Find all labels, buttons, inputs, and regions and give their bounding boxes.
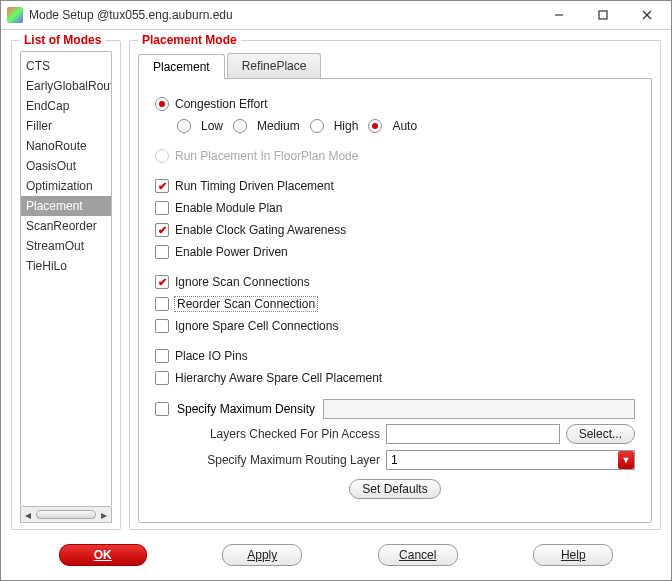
floorplan-mode-radio	[155, 149, 169, 163]
list-of-modes-legend: List of Modes	[20, 33, 105, 47]
ok-button[interactable]: OK	[59, 544, 147, 566]
hierarchy-spare-label: Hierarchy Aware Spare Cell Placement	[175, 371, 382, 385]
svg-rect-1	[599, 11, 607, 19]
layers-select-button[interactable]: Select...	[566, 424, 635, 444]
place-io-check[interactable]	[155, 349, 169, 363]
list-item[interactable]: NanoRoute	[21, 136, 111, 156]
layers-checked-input[interactable]	[386, 424, 560, 444]
close-icon	[642, 10, 652, 20]
module-plan-row: Enable Module Plan	[155, 197, 635, 219]
congestion-high-label: High	[334, 119, 359, 133]
placement-mode-legend: Placement Mode	[138, 33, 241, 47]
reorder-scan-check[interactable]	[155, 297, 169, 311]
congestion-options: Low Medium High Auto	[177, 115, 635, 137]
power-driven-label: Enable Power Driven	[175, 245, 288, 259]
minimize-icon	[554, 10, 564, 20]
max-density-check[interactable]	[155, 402, 169, 416]
timing-driven-row: Run Timing Driven Placement	[155, 175, 635, 197]
close-button[interactable]	[625, 1, 669, 29]
scroll-thumb[interactable]	[36, 510, 96, 519]
power-driven-check[interactable]	[155, 245, 169, 259]
scroll-right-icon[interactable]: ▸	[97, 508, 111, 522]
max-routing-layer-label: Specify Maximum Routing Layer	[175, 453, 380, 467]
set-defaults-button[interactable]: Set Defaults	[349, 479, 440, 499]
mode-list[interactable]: CTSEarlyGlobalRouteEndCapFillerNanoRoute…	[20, 51, 112, 507]
chevron-down-icon[interactable]: ▼	[618, 451, 634, 469]
list-item[interactable]: EndCap	[21, 96, 111, 116]
congestion-effort-label: Congestion Effort	[175, 97, 268, 111]
congestion-low-label: Low	[201, 119, 223, 133]
tabs: Placement RefinePlace	[138, 53, 652, 78]
list-item[interactable]: EarlyGlobalRoute	[21, 76, 111, 96]
layers-checked-label: Layers Checked For Pin Access	[175, 427, 380, 441]
layers-checked-row: Layers Checked For Pin Access Select...	[175, 421, 635, 447]
clock-gating-label: Enable Clock Gating Awareness	[175, 223, 346, 237]
max-density-row: Specify Maximum Density	[155, 397, 635, 421]
place-io-row: Place IO Pins	[155, 345, 635, 367]
floorplan-mode-label: Run Placement In FloorPlan Mode	[175, 149, 358, 163]
ignore-spare-check[interactable]	[155, 319, 169, 333]
ignore-scan-check[interactable]	[155, 275, 169, 289]
minimize-button[interactable]	[537, 1, 581, 29]
horizontal-scrollbar[interactable]: ◂ ▸	[20, 507, 112, 523]
max-routing-layer-combo[interactable]	[386, 450, 635, 470]
tab-refineplace[interactable]: RefinePlace	[227, 53, 322, 78]
power-driven-row: Enable Power Driven	[155, 241, 635, 263]
ignore-scan-label: Ignore Scan Connections	[175, 275, 310, 289]
list-of-modes-panel: List of Modes CTSEarlyGlobalRouteEndCapF…	[11, 40, 121, 530]
placement-mode-panel: Placement Mode Placement RefinePlace Con…	[129, 40, 661, 530]
footer-buttons: OK Apply Cancel Help	[1, 534, 671, 580]
list-item[interactable]: Optimization	[21, 176, 111, 196]
hierarchy-spare-row: Hierarchy Aware Spare Cell Placement	[155, 367, 635, 389]
list-item[interactable]: CTS	[21, 56, 111, 76]
maximize-icon	[598, 10, 608, 20]
timing-driven-label: Run Timing Driven Placement	[175, 179, 334, 193]
floorplan-mode-row: Run Placement In FloorPlan Mode	[155, 145, 635, 167]
list-item[interactable]: Placement	[21, 196, 111, 216]
max-density-label: Specify Maximum Density	[177, 402, 315, 416]
list-item[interactable]: StreamOut	[21, 236, 111, 256]
ignore-spare-label: Ignore Spare Cell Connections	[175, 319, 338, 333]
list-item[interactable]: ScanReorder	[21, 216, 111, 236]
congestion-auto-label: Auto	[392, 119, 417, 133]
reorder-scan-row: Reorder Scan Connection	[155, 293, 635, 315]
max-density-input[interactable]	[323, 399, 635, 419]
congestion-medium-radio[interactable]	[233, 119, 247, 133]
window: Mode Setup @tux055.eng.auburn.edu List o…	[0, 0, 672, 581]
content: List of Modes CTSEarlyGlobalRouteEndCapF…	[1, 30, 671, 534]
congestion-effort-radio[interactable]	[155, 97, 169, 111]
tab-body-placement: Congestion Effort Low Medium High Auto R…	[138, 78, 652, 523]
max-routing-layer-row: Specify Maximum Routing Layer ▼	[175, 447, 635, 473]
module-plan-label: Enable Module Plan	[175, 201, 282, 215]
list-item[interactable]: TieHiLo	[21, 256, 111, 276]
titlebar: Mode Setup @tux055.eng.auburn.edu	[1, 1, 671, 30]
congestion-medium-label: Medium	[257, 119, 300, 133]
list-item[interactable]: Filler	[21, 116, 111, 136]
ignore-scan-row: Ignore Scan Connections	[155, 271, 635, 293]
module-plan-check[interactable]	[155, 201, 169, 215]
congestion-low-radio[interactable]	[177, 119, 191, 133]
list-item[interactable]: OasisOut	[21, 156, 111, 176]
window-title: Mode Setup @tux055.eng.auburn.edu	[29, 8, 537, 22]
timing-driven-check[interactable]	[155, 179, 169, 193]
congestion-auto-radio[interactable]	[368, 119, 382, 133]
app-icon	[7, 7, 23, 23]
hierarchy-spare-check[interactable]	[155, 371, 169, 385]
reorder-scan-label: Reorder Scan Connection	[175, 297, 317, 311]
place-io-label: Place IO Pins	[175, 349, 248, 363]
congestion-effort-row: Congestion Effort	[155, 93, 635, 115]
tab-placement[interactable]: Placement	[138, 54, 225, 79]
ignore-spare-row: Ignore Spare Cell Connections	[155, 315, 635, 337]
maximize-button[interactable]	[581, 1, 625, 29]
scroll-left-icon[interactable]: ◂	[21, 508, 35, 522]
clock-gating-row: Enable Clock Gating Awareness	[155, 219, 635, 241]
help-button[interactable]: Help	[533, 544, 613, 566]
cancel-button[interactable]: Cancel	[378, 544, 458, 566]
clock-gating-check[interactable]	[155, 223, 169, 237]
apply-button[interactable]: Apply	[222, 544, 302, 566]
congestion-high-radio[interactable]	[310, 119, 324, 133]
